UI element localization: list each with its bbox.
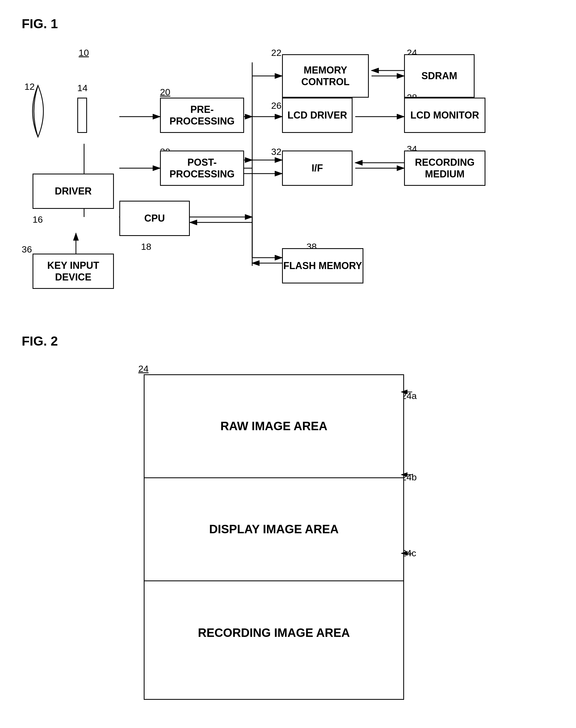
ref-14: 14 [77, 83, 88, 93]
ref-26: 26 [271, 100, 282, 111]
ref-16: 16 [32, 214, 43, 225]
post-processing-block: POST-PROCESSING [160, 150, 244, 186]
ref-12: 12 [24, 81, 35, 92]
ref-20: 20 [160, 87, 170, 97]
recording-image-area-block: RECORDING IMAGE AREA [145, 581, 403, 684]
ref-10: 10 [79, 48, 89, 58]
page: FIG. 1 [0, 0, 576, 728]
ref-18: 18 [141, 242, 151, 252]
recording-medium-block: RECORDING MEDIUM [404, 150, 485, 186]
pre-processing-block: PRE-PROCESSING [160, 97, 244, 133]
lens-shape [27, 84, 49, 138]
ref-36: 36 [22, 244, 32, 255]
fig2-label: FIG. 2 [22, 334, 58, 348]
key-input-block: KEY INPUT DEVICE [32, 254, 114, 289]
sdram-block: SDRAM [404, 54, 474, 97]
flash-memory-block: FLASH MEMORY [282, 248, 364, 283]
raw-image-area-block: RAW IMAGE AREA [145, 375, 403, 478]
cpu-block: CPU [119, 201, 190, 236]
driver-block: DRIVER [32, 174, 114, 209]
memory-control-block: MEMORY CONTROL [282, 54, 369, 97]
ref-22: 22 [271, 48, 282, 58]
fig2-sdram-container: RAW IMAGE AREA DISPLAY IMAGE AREA RECORD… [144, 374, 404, 700]
lcd-driver-block: LCD DRIVER [282, 97, 352, 133]
lcd-monitor-block: LCD MONITOR [404, 97, 485, 133]
fig1-label: FIG. 1 [22, 16, 58, 31]
sensor-block [77, 97, 87, 133]
fig2-arrows [399, 374, 453, 700]
fig2-ref-24: 24 [138, 363, 149, 374]
display-image-area-block: DISPLAY IMAGE AREA [145, 478, 403, 581]
ref-32: 32 [271, 146, 282, 157]
if-block: I/F [282, 150, 352, 186]
